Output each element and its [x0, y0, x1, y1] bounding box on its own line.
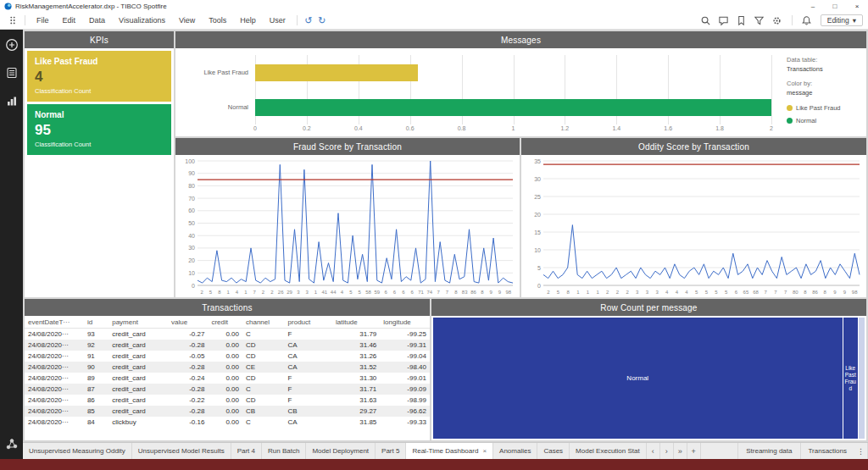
- column-header-eventdatet[interactable]: eventDateT···: [25, 316, 84, 329]
- table-cell: CA: [285, 351, 332, 362]
- data-table-value[interactable]: Transactions: [787, 65, 860, 74]
- add-icon[interactable]: [4, 37, 19, 53]
- table-row[interactable]: 24/08/2020···86credit_card-0.220.00CDF31…: [25, 395, 430, 406]
- bar-normal[interactable]: [255, 99, 771, 116]
- svg-text:7: 7: [765, 290, 768, 295]
- menu-visualizations[interactable]: Visualizations: [112, 16, 172, 25]
- add-page-button[interactable]: +: [687, 443, 701, 459]
- title-bar: RiskManagementAccelerator.dxp - TIBCO Sp…: [0, 0, 868, 12]
- page-tab-real-time-dashboard[interactable]: Real-Time Dashboard×: [406, 443, 493, 459]
- maximize-button[interactable]: □: [824, 0, 846, 12]
- page-tab-part-5[interactable]: Part 5: [376, 443, 406, 459]
- menu-grid-icon[interactable]: [5, 14, 20, 27]
- bookmark-icon[interactable]: [734, 14, 749, 27]
- oddity-score-panel: Oddity Score by Transaction 051015202530…: [521, 138, 866, 297]
- menu-edit[interactable]: Edit: [56, 16, 83, 25]
- svg-text:3: 3: [636, 290, 639, 295]
- tab-scroll-right[interactable]: ›: [660, 443, 674, 459]
- tab-last[interactable]: »: [674, 443, 687, 459]
- oddity-score-line-chart[interactable]: 0510152025303525811122233344455556656877…: [521, 155, 866, 297]
- svg-text:6: 6: [393, 290, 397, 295]
- svg-text:4: 4: [685, 290, 688, 295]
- treemap-tile-like-past-fraud[interactable]: LikePastFraud: [843, 318, 859, 439]
- settings-gear-icon[interactable]: [770, 14, 785, 27]
- page-tab-run-batch[interactable]: Run Batch: [262, 443, 306, 459]
- kpis-panel-title: KPIs: [25, 31, 174, 48]
- column-header-latitude[interactable]: latitude: [332, 316, 380, 329]
- color-by-value[interactable]: message: [787, 89, 860, 97]
- svg-text:70: 70: [188, 196, 195, 202]
- column-header-longitude[interactable]: longitude: [380, 316, 430, 329]
- redo-button[interactable]: ↻: [315, 15, 329, 26]
- column-header-id[interactable]: id: [84, 316, 108, 329]
- legend-item[interactable]: Normal: [787, 117, 860, 125]
- table-row[interactable]: 24/08/2020···90credit_card-0.280.00CECA3…: [25, 362, 430, 373]
- menu-file[interactable]: File: [30, 16, 56, 25]
- row-count-treemap[interactable]: NormalLikePastFraud: [431, 316, 866, 440]
- column-header-channel[interactable]: channel: [242, 316, 285, 329]
- svg-text:2: 2: [616, 290, 620, 295]
- menu-tools[interactable]: Tools: [202, 16, 233, 25]
- close-tab-icon[interactable]: ×: [482, 447, 487, 455]
- search-icon[interactable]: [698, 14, 714, 27]
- bar-like-past-fraud[interactable]: [255, 64, 418, 81]
- legend-item[interactable]: Like Past Fraud: [787, 104, 860, 113]
- svg-text:8: 8: [804, 290, 807, 295]
- notifications-bell-icon[interactable]: [799, 14, 815, 27]
- data-panel-icon[interactable]: [4, 65, 19, 80]
- page-tab-anomalies[interactable]: Anomalies: [493, 443, 537, 459]
- svg-text:2: 2: [262, 290, 265, 295]
- menu-user[interactable]: User: [263, 16, 292, 25]
- editing-mode-dropdown[interactable]: Editing ▾: [821, 14, 863, 26]
- comment-icon[interactable]: [716, 14, 732, 27]
- table-row[interactable]: 24/08/2020···92credit_card-0.280.00CDCA3…: [25, 340, 430, 351]
- undo-button[interactable]: ↺: [302, 15, 315, 26]
- treemap-tile-normal[interactable]: Normal: [433, 318, 843, 439]
- filter-icon[interactable]: [752, 14, 767, 27]
- table-row[interactable]: 24/08/2020···91credit_card-0.050.00CDCA3…: [25, 351, 430, 362]
- tab-overflow-menu[interactable]: ⋮: [854, 443, 868, 459]
- data-table-label: Data table:: [787, 56, 860, 64]
- table-row[interactable]: 24/08/2020···84clickbuy-0.160.00CCA31.85…: [25, 417, 430, 428]
- analytics-chart-icon[interactable]: [4, 93, 19, 108]
- kpi-card-normal[interactable]: Normal95Classification Count: [27, 104, 171, 155]
- transactions-table[interactable]: eventDateT···idpaymentvaluecreditchannel…: [25, 316, 430, 428]
- fraud-score-line-chart[interactable]: 0102030405060708090100258141722262933141…: [175, 155, 520, 297]
- page-tab-unsupervised-measuring-oddity[interactable]: Unsupervised Measuring Oddity: [23, 443, 132, 459]
- page-tab-model-execution-stat[interactable]: Model Execution Stat: [570, 443, 647, 459]
- messages-bar-chart[interactable]: Like Past FraudNormal 00.20.40.60.811.21…: [175, 48, 780, 136]
- column-header-payment[interactable]: payment: [108, 316, 168, 329]
- column-header-value[interactable]: value: [168, 316, 208, 329]
- menu-data[interactable]: Data: [82, 16, 112, 25]
- column-header-credit[interactable]: credit: [208, 316, 242, 329]
- page-tab-part-4[interactable]: Part 4: [231, 443, 262, 459]
- close-button[interactable]: ×: [846, 0, 868, 12]
- svg-text:10: 10: [188, 270, 195, 276]
- page-tab-unsupervised-model-results[interactable]: Unsupervised Model Results: [132, 443, 231, 459]
- page-tab-label: Part 5: [381, 447, 399, 455]
- column-header-product[interactable]: product: [285, 316, 332, 329]
- page-tab-cases[interactable]: Cases: [537, 443, 570, 459]
- kpi-card-like-past-fraud[interactable]: Like Past Fraud4Classification Count: [27, 51, 171, 102]
- svg-text:9: 9: [489, 290, 492, 295]
- divider: [297, 15, 298, 25]
- table-row[interactable]: 24/08/2020···85credit_card-0.280.00CBCB2…: [25, 406, 430, 417]
- menu-view[interactable]: View: [172, 16, 202, 25]
- svg-text:80: 80: [188, 183, 195, 189]
- page-tab-model-deployment[interactable]: Model Deployment: [306, 443, 376, 459]
- minimize-button[interactable]: –: [802, 0, 824, 12]
- menu-help[interactable]: Help: [233, 16, 263, 25]
- data-tab-streaming-data[interactable]: Streaming data: [737, 443, 799, 459]
- table-cell: 84: [84, 417, 108, 428]
- table-row[interactable]: 24/08/2020···87credit_card-0.280.00CF31.…: [25, 384, 430, 395]
- svg-text:9: 9: [498, 290, 502, 295]
- collaboration-network-icon[interactable]: [4, 436, 19, 451]
- treemap-scrollbar[interactable]: [859, 318, 865, 439]
- svg-text:5: 5: [537, 265, 541, 271]
- svg-text:90: 90: [188, 170, 195, 176]
- table-cell: CA: [285, 417, 332, 428]
- data-tab-transactions[interactable]: Transactions: [800, 443, 855, 459]
- table-row[interactable]: 24/08/2020···89credit_card-0.240.00CDF31…: [25, 373, 430, 384]
- table-row[interactable]: 24/08/2020···93credit_card-0.270.00CF31.…: [25, 329, 430, 340]
- tab-scroll-left[interactable]: ‹: [647, 443, 660, 459]
